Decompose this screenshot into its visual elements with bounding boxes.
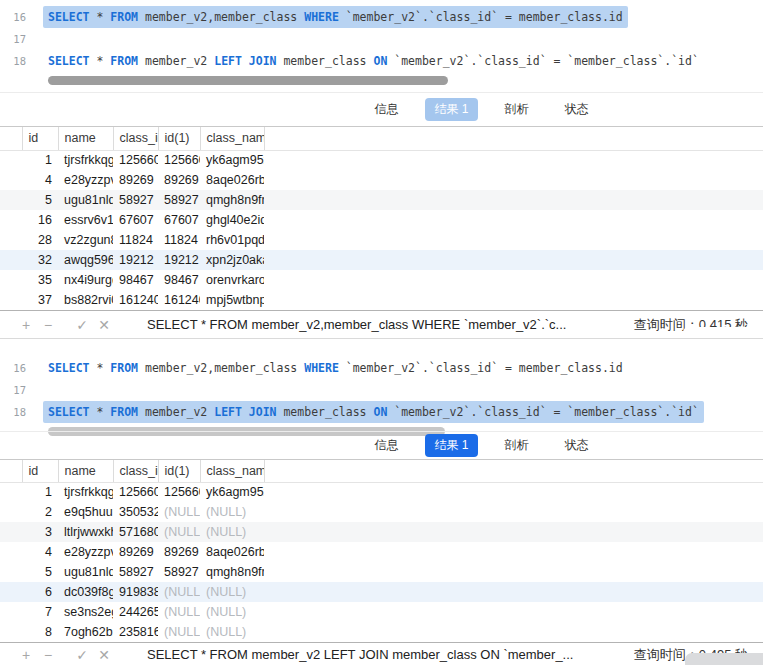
cell[interactable]: qmgh8n9fnz bbox=[200, 190, 264, 210]
cell[interactable]: (NULL) bbox=[200, 522, 264, 542]
row-marker[interactable] bbox=[0, 150, 22, 170]
cell[interactable]: e28yzzpv59 bbox=[58, 170, 113, 190]
row-marker[interactable] bbox=[0, 170, 22, 190]
column-header[interactable]: id(1) bbox=[158, 127, 200, 150]
cell[interactable]: 35 bbox=[22, 270, 58, 290]
cell[interactable]: 89269 bbox=[158, 542, 200, 562]
editor-line[interactable]: 16SELECT * FROM member_v2,member_class W… bbox=[0, 357, 763, 379]
cell[interactable]: e28yzzpv59 bbox=[58, 542, 113, 562]
cell[interactable]: 161240 bbox=[158, 290, 200, 310]
tab-剖析[interactable]: 剖析 bbox=[496, 98, 538, 121]
cell[interactable]: 19212 bbox=[113, 250, 158, 270]
cell[interactable]: 8aqe026rbt bbox=[200, 542, 264, 562]
column-header[interactable]: class_name bbox=[200, 127, 264, 150]
table-row[interactable]: 5ugu81nlq3x5892758927qmgh8n9fnz bbox=[0, 190, 763, 210]
cell[interactable]: (NULL) bbox=[158, 522, 200, 542]
cell[interactable]: 125660 bbox=[158, 150, 200, 170]
cell[interactable]: 58927 bbox=[113, 562, 158, 582]
editor-line[interactable]: 17 bbox=[0, 28, 763, 50]
cell[interactable]: 28 bbox=[22, 230, 58, 250]
apply-icon[interactable]: ✓ bbox=[71, 317, 93, 333]
row-marker[interactable] bbox=[0, 602, 22, 622]
row-marker[interactable] bbox=[0, 210, 22, 230]
discard-icon[interactable]: ✕ bbox=[93, 317, 115, 333]
cell[interactable]: 2 bbox=[22, 502, 58, 522]
cell[interactable]: rh6v01pqd3 bbox=[200, 230, 264, 250]
cell[interactable]: 919838 bbox=[113, 582, 158, 602]
cell[interactable]: 235816 bbox=[113, 622, 158, 642]
cell[interactable]: 16 bbox=[22, 210, 58, 230]
column-header[interactable]: class_name bbox=[200, 460, 264, 482]
cell[interactable]: 1 bbox=[22, 150, 58, 170]
cell[interactable]: 7ogh62b2i9 bbox=[58, 622, 113, 642]
cell[interactable]: 11824 bbox=[158, 230, 200, 250]
cell[interactable]: 125660 bbox=[113, 150, 158, 170]
cell[interactable]: ugu81nlq3x bbox=[58, 190, 113, 210]
tab-状态[interactable]: 状态 bbox=[556, 98, 598, 121]
column-header[interactable]: class_id bbox=[113, 460, 158, 482]
cell[interactable]: yk6agm95xd bbox=[200, 482, 264, 502]
cell[interactable]: bs882rvi0g bbox=[58, 290, 113, 310]
row-marker[interactable] bbox=[0, 562, 22, 582]
cell[interactable]: ghgl40e2id bbox=[200, 210, 264, 230]
cell[interactable]: dc039f8gnq bbox=[58, 582, 113, 602]
cell[interactable]: ltlrjwwxkh bbox=[58, 522, 113, 542]
discard-icon[interactable]: ✕ bbox=[93, 647, 115, 663]
row-marker[interactable] bbox=[0, 290, 22, 310]
cell[interactable]: 125660 bbox=[113, 482, 158, 502]
code-text[interactable]: SELECT * FROM member_v2 LEFT JOIN member… bbox=[43, 401, 704, 423]
cell[interactable]: mpj5wtbnpd bbox=[200, 290, 264, 310]
editor-line[interactable]: 18SELECT * FROM member_v2 LEFT JOIN memb… bbox=[0, 50, 763, 72]
code-text[interactable] bbox=[43, 28, 53, 50]
table-row[interactable]: 6dc039f8gnq919838(NULL)(NULL) bbox=[0, 582, 763, 602]
cell[interactable]: awqg59692r bbox=[58, 250, 113, 270]
cell[interactable]: 58927 bbox=[158, 190, 200, 210]
table-row[interactable]: 1tjrsfrkkqg125660125660yk6agm95xd bbox=[0, 150, 763, 170]
table-row[interactable]: 28vz2zgun8hh1182411824rh6v01pqd3 bbox=[0, 230, 763, 250]
cell[interactable]: 89269 bbox=[113, 170, 158, 190]
cell[interactable]: 1 bbox=[22, 482, 58, 502]
table-row[interactable]: 7se3ns2egvm244265(NULL)(NULL) bbox=[0, 602, 763, 622]
code-text[interactable]: SELECT * FROM member_v2 LEFT JOIN member… bbox=[43, 50, 704, 72]
cell[interactable]: 7 bbox=[22, 602, 58, 622]
editor-line[interactable]: 16SELECT * FROM member_v2,member_class W… bbox=[0, 6, 763, 28]
cell[interactable]: 244265 bbox=[113, 602, 158, 622]
cell[interactable]: 4 bbox=[22, 542, 58, 562]
table-row[interactable]: 5ugu81nlq3x5892758927qmgh8n9fnz bbox=[0, 562, 763, 582]
column-header[interactable]: id bbox=[22, 460, 58, 482]
cell[interactable]: se3ns2egvm bbox=[58, 602, 113, 622]
code-text[interactable]: SELECT * FROM member_v2,member_class WHE… bbox=[43, 6, 628, 28]
table-row[interactable]: 2e9q5huu9d9350532(NULL)(NULL) bbox=[0, 502, 763, 522]
cell[interactable]: 89269 bbox=[158, 170, 200, 190]
cell[interactable]: 6 bbox=[22, 582, 58, 602]
tab-状态[interactable]: 状态 bbox=[556, 434, 598, 457]
cell[interactable]: 89269 bbox=[113, 542, 158, 562]
cell[interactable]: 67607 bbox=[158, 210, 200, 230]
row-marker[interactable] bbox=[0, 542, 22, 562]
cell[interactable]: 11824 bbox=[113, 230, 158, 250]
cell[interactable]: xpn2jz0aka bbox=[200, 250, 264, 270]
add-record-icon[interactable]: + bbox=[15, 647, 37, 663]
editor-line[interactable]: 17 bbox=[0, 379, 763, 401]
code-text[interactable] bbox=[43, 379, 53, 401]
cell[interactable]: ugu81nlq3x bbox=[58, 562, 113, 582]
code-text[interactable]: SELECT * FROM member_v2,member_class WHE… bbox=[43, 357, 628, 379]
cell[interactable]: (NULL) bbox=[200, 602, 264, 622]
cell[interactable]: 350532 bbox=[113, 502, 158, 522]
tab-结果 1[interactable]: 结果 1 bbox=[425, 434, 477, 457]
cell[interactable]: yk6agm95xd bbox=[200, 150, 264, 170]
row-marker[interactable] bbox=[0, 270, 22, 290]
cell[interactable]: 8aqe026rbt bbox=[200, 170, 264, 190]
sql-editor[interactable]: 16SELECT * FROM member_v2,member_class W… bbox=[0, 353, 763, 431]
table-row[interactable]: 1tjrsfrkkqg125660125660yk6agm95xd bbox=[0, 482, 763, 502]
cell[interactable]: tjrsfrkkqg bbox=[58, 150, 113, 170]
horizontal-scrollbar[interactable] bbox=[48, 76, 448, 85]
apply-icon[interactable]: ✓ bbox=[71, 647, 93, 663]
cell[interactable]: e9q5huu9d9 bbox=[58, 502, 113, 522]
table-row[interactable]: 87ogh62b2i9235816(NULL)(NULL) bbox=[0, 622, 763, 642]
row-marker[interactable] bbox=[0, 502, 22, 522]
cell[interactable]: 58927 bbox=[113, 190, 158, 210]
table-row[interactable]: 4e28yzzpv5989269892698aqe026rbt bbox=[0, 170, 763, 190]
add-record-icon[interactable]: + bbox=[15, 317, 37, 333]
row-marker[interactable] bbox=[0, 230, 22, 250]
